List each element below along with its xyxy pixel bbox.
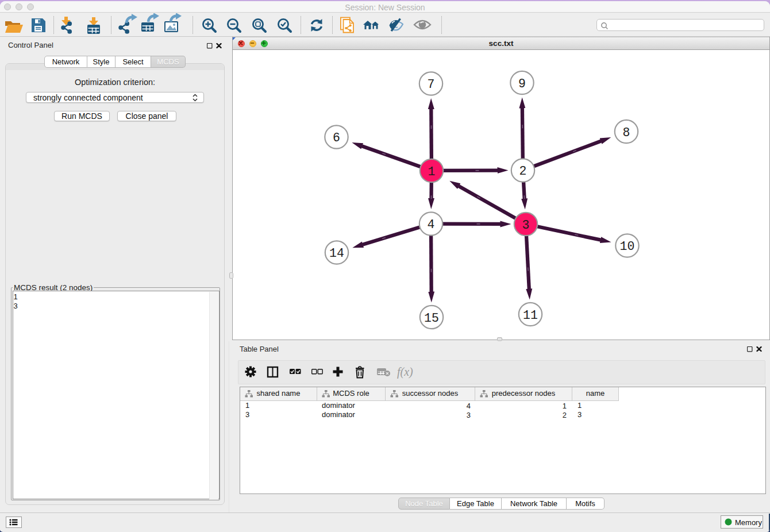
svg-text:6: 6 [333, 131, 340, 145]
svg-text:15: 15 [424, 311, 439, 325]
svg-text:1: 1 [428, 165, 436, 179]
svg-text:4: 4 [428, 218, 435, 232]
svg-text:8: 8 [623, 126, 630, 140]
svg-text:10: 10 [620, 240, 635, 253]
svg-text:11: 11 [523, 309, 538, 322]
svg-text:2: 2 [519, 164, 527, 178]
svg-text:3: 3 [522, 218, 530, 232]
svg-text:f(x): f(x) [397, 365, 413, 379]
svg-text:7: 7 [428, 78, 435, 91]
svg-text:9: 9 [518, 77, 526, 91]
svg-text:14: 14 [329, 246, 344, 260]
